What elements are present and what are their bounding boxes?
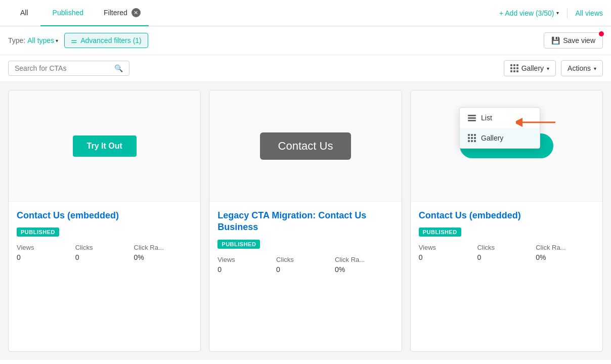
- rate-value-1: 0%: [134, 253, 193, 261]
- grid-dots-icon: [510, 64, 518, 72]
- toolbar-right: Gallery ▾ Actions ▾: [504, 60, 603, 76]
- gallery-dropdown-label: Gallery: [481, 134, 503, 142]
- chevron-down-icon: ▾: [56, 38, 58, 43]
- rate-label-3: Click Ra...: [536, 244, 594, 251]
- views-value-1: 0: [17, 253, 75, 261]
- dropdown-gallery-item[interactable]: Gallery: [460, 128, 540, 148]
- all-views-link[interactable]: All views: [576, 9, 603, 17]
- stats-row-3: Views 0 Clicks 0 Click Ra... 0%: [419, 244, 594, 261]
- add-view-button[interactable]: + Add view (3/50) ▾: [499, 9, 559, 17]
- filter-icon: ⚌: [71, 36, 77, 44]
- clicks-value-2: 0: [276, 265, 335, 274]
- stat-rate-1: Click Ra... 0%: [134, 244, 193, 261]
- search-toolbar: 🔍 Gallery ▾ Actions ▾: [0, 55, 611, 82]
- card-title-3: Contact Us (embedded): [419, 210, 594, 221]
- tabs-bar: All Published Filtered ✕ + Add view (3/5…: [0, 0, 611, 26]
- stats-row-2: Views 0 Clicks 0 Click Ra... 0%: [217, 256, 393, 274]
- clicks-label-3: Clicks: [477, 244, 536, 251]
- list-label: List: [481, 114, 492, 122]
- clicks-label-1: Clicks: [75, 244, 134, 251]
- stat-views-1: Views 0: [17, 244, 75, 261]
- chevron-down-icon: ▾: [594, 66, 596, 71]
- card-preview-2: Contact Us: [209, 90, 401, 202]
- cta-card-1: Try It Out Contact Us (embedded) PUBLISH…: [8, 90, 201, 352]
- rate-label-2: Click Ra...: [335, 256, 394, 263]
- views-value-3: 0: [419, 253, 477, 261]
- tab-filtered-label: Filtered: [104, 9, 127, 17]
- published-badge-3: PUBLISHED: [419, 228, 461, 237]
- tab-all[interactable]: All: [8, 0, 40, 26]
- clicks-value-1: 0: [75, 253, 134, 261]
- rate-label-1: Click Ra...: [134, 244, 193, 251]
- tabs-right-actions: + Add view (3/50) ▾ All views: [499, 8, 603, 18]
- save-icon: 💾: [551, 36, 560, 44]
- type-filter: Type: All types ▾: [8, 36, 58, 44]
- clicks-value-3: 0: [477, 253, 536, 261]
- card-preview-1: Try It Out: [9, 90, 200, 202]
- card-body-1: Contact Us (embedded) PUBLISHED Views 0 …: [9, 202, 200, 351]
- gallery-label: Gallery: [521, 64, 544, 72]
- tab-published[interactable]: Published: [40, 0, 96, 26]
- divider: [567, 8, 568, 18]
- actions-label: Actions: [568, 64, 591, 72]
- stat-clicks-1: Clicks 0: [75, 244, 134, 261]
- gallery-view-button[interactable]: Gallery ▾: [504, 60, 556, 76]
- cta-preview-button-1[interactable]: Try It Out: [73, 135, 137, 157]
- save-view-label: Save view: [563, 36, 595, 44]
- add-view-label: + Add view (3/50): [499, 9, 554, 17]
- type-filter-label: Type:: [8, 36, 25, 44]
- views-label-3: Views: [419, 244, 477, 251]
- stat-views-2: Views 0: [217, 256, 276, 274]
- notification-dot: [599, 31, 604, 36]
- chevron-down-icon: ▾: [547, 66, 549, 71]
- card-title-1: Contact Us (embedded): [17, 210, 192, 221]
- advanced-filters-label: Advanced filters (1): [80, 36, 142, 44]
- card-body-2: Legacy CTA Migration: Contact Us Busines…: [209, 202, 401, 351]
- card-body-3: Contact Us (embedded) PUBLISHED Views 0 …: [411, 202, 602, 351]
- stat-views-3: Views 0: [419, 244, 477, 261]
- card-title-2: Legacy CTA Migration: Contact Us Busines…: [217, 210, 393, 234]
- published-badge-1: PUBLISHED: [17, 228, 59, 237]
- cta-card-2: Contact Us Legacy CTA Migration: Contact…: [209, 90, 402, 352]
- published-badge-2: PUBLISHED: [217, 240, 260, 249]
- views-label-2: Views: [217, 256, 276, 263]
- tab-filtered[interactable]: Filtered ✕: [96, 0, 149, 26]
- clicks-label-2: Clicks: [276, 256, 335, 263]
- arrow-pointing-icon: [516, 116, 556, 128]
- all-types-dropdown[interactable]: All types ▾: [27, 36, 58, 44]
- gallery-area: Try It Out Contact Us (embedded) PUBLISH…: [0, 82, 611, 360]
- stats-row-1: Views 0 Clicks 0 Click Ra... 0%: [17, 244, 192, 261]
- advanced-filters-button[interactable]: ⚌ Advanced filters (1): [64, 33, 148, 48]
- gallery-grid-icon: [468, 134, 476, 142]
- stat-clicks-2: Clicks 0: [276, 256, 335, 274]
- rate-value-2: 0%: [335, 265, 394, 274]
- search-input[interactable]: [15, 64, 110, 72]
- views-value-2: 0: [217, 265, 276, 274]
- chevron-down-icon: ▾: [556, 10, 559, 16]
- save-view-button[interactable]: 💾 Save view: [544, 32, 603, 49]
- cta-preview-button-2[interactable]: Contact Us: [260, 132, 352, 160]
- search-box: 🔍: [8, 61, 129, 76]
- rate-value-3: 0%: [536, 253, 594, 261]
- tab-all-label: All: [20, 9, 28, 17]
- actions-button[interactable]: Actions ▾: [561, 60, 603, 76]
- filter-bar: Type: All types ▾ ⚌ Advanced filters (1)…: [0, 26, 611, 55]
- close-tab-icon[interactable]: ✕: [132, 8, 141, 17]
- list-icon: [468, 115, 476, 121]
- stat-rate-2: Click Ra... 0%: [335, 256, 394, 274]
- search-icon: 🔍: [114, 64, 123, 72]
- stat-rate-3: Click Ra... 0%: [536, 244, 594, 261]
- stat-clicks-3: Clicks 0: [477, 244, 536, 261]
- tab-published-label: Published: [53, 9, 84, 17]
- all-types-label: All types: [27, 36, 54, 44]
- views-label-1: Views: [17, 244, 75, 251]
- arrow-indicator: [516, 116, 556, 128]
